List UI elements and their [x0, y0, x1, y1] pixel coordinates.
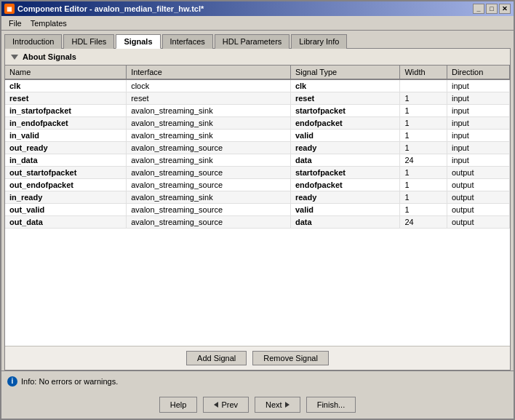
cell-width: 24 [400, 216, 447, 229]
signals-table-container[interactable]: Name Interface Signal Type Width Directi… [5, 66, 510, 346]
cell-signal_type: data [290, 216, 400, 229]
cell-signal_type: endofpacket [290, 179, 400, 191]
menu-file[interactable]: File [4, 17, 26, 29]
cell-direction: output [447, 179, 509, 191]
cell-width: 1 [400, 117, 447, 130]
collapse-triangle-icon[interactable] [11, 55, 18, 60]
cell-signal_type: startofpacket [290, 105, 400, 117]
cell-signal_type: clk [290, 79, 400, 92]
about-label: About Signals [23, 52, 76, 61]
next-label: Next [266, 400, 282, 409]
tab-hdl-parameters[interactable]: HDL Parameters [215, 34, 290, 49]
table-row[interactable]: out_startofpacketavalon_streaming_source… [5, 167, 510, 179]
next-arrow-icon [285, 402, 290, 408]
cell-name: out_endofpacket [5, 179, 127, 191]
cell-interface: reset [127, 92, 291, 105]
cell-width: 1 [400, 142, 447, 154]
tab-library-info[interactable]: Library Info [291, 34, 347, 49]
col-header-signal-type: Signal Type [290, 66, 400, 79]
cell-direction: input [447, 92, 509, 105]
cell-width: 1 [400, 105, 447, 117]
cell-signal_type: ready [290, 142, 400, 154]
cell-interface: avalon_streaming_source [127, 204, 291, 216]
main-window: ▦ Component Editor - avalon_median_filte… [0, 0, 515, 420]
cell-name: in_startofpacket [5, 105, 127, 117]
table-row[interactable]: clkclockclkinput [5, 79, 510, 92]
tab-interfaces[interactable]: Interfaces [162, 34, 213, 49]
table-row[interactable]: in_validavalon_streaming_sinkvalid1input [5, 130, 510, 142]
table-row[interactable]: in_endofpacketavalon_streaming_sinkendof… [5, 117, 510, 130]
cell-interface: avalon_streaming_sink [127, 130, 291, 142]
cell-name: in_data [5, 154, 127, 167]
remove-signal-button[interactable]: Remove Signal [252, 351, 329, 365]
cell-name: out_data [5, 216, 127, 229]
cell-direction: input [447, 154, 509, 167]
cell-interface: avalon_streaming_sink [127, 154, 291, 167]
tab-signals[interactable]: Signals [116, 34, 160, 49]
table-row[interactable]: out_readyavalon_streaming_sourceready1in… [5, 142, 510, 154]
cell-name: out_valid [5, 204, 127, 216]
info-bar: i Info: No errors or warnings. [1, 371, 514, 391]
col-header-name: Name [5, 66, 127, 79]
cell-direction: output [447, 167, 509, 179]
table-row[interactable]: out_dataavalon_streaming_sourcedata24out… [5, 216, 510, 229]
window-title: Component Editor - avalon_median_filter_… [17, 4, 473, 13]
cell-name: in_endofpacket [5, 117, 127, 130]
cell-interface: avalon_streaming_sink [127, 105, 291, 117]
cell-name: clk [5, 79, 127, 92]
tab-introduction[interactable]: Introduction [4, 34, 62, 49]
cell-interface: avalon_streaming_source [127, 216, 291, 229]
maximize-button[interactable]: □ [486, 4, 498, 14]
table-row[interactable]: in_readyavalon_streaming_sinkready1outpu… [5, 191, 510, 204]
bottom-nav-bar: Help Prev Next Finish... [1, 391, 514, 419]
cell-width: 1 [400, 179, 447, 191]
menu-bar: File Templates [1, 16, 514, 31]
cell-direction: output [447, 204, 509, 216]
content-area: About Signals Name Interface Signal Type… [4, 48, 511, 371]
table-row[interactable]: in_startofpacketavalon_streaming_sinksta… [5, 105, 510, 117]
cell-width: 1 [400, 92, 447, 105]
close-button[interactable]: ✕ [499, 4, 511, 14]
table-row[interactable]: resetresetreset1input [5, 92, 510, 105]
cell-signal_type: valid [290, 204, 400, 216]
minimize-button[interactable]: _ [473, 4, 484, 14]
table-row[interactable]: in_dataavalon_streaming_sinkdata24input [5, 154, 510, 167]
cell-signal_type: data [290, 154, 400, 167]
cell-interface: avalon_streaming_source [127, 167, 291, 179]
cell-width: 1 [400, 204, 447, 216]
cell-name: in_ready [5, 191, 127, 204]
add-signal-button[interactable]: Add Signal [186, 351, 247, 365]
prev-label: Prev [221, 400, 238, 409]
cell-direction: input [447, 130, 509, 142]
cell-signal_type: ready [290, 191, 400, 204]
signal-btn-bar: Add Signal Remove Signal [5, 346, 510, 370]
tab-hdl-files[interactable]: HDL Files [63, 34, 114, 49]
cell-name: reset [5, 92, 127, 105]
title-bar: ▦ Component Editor - avalon_median_filte… [1, 1, 514, 16]
cell-name: out_ready [5, 142, 127, 154]
cell-name: out_startofpacket [5, 167, 127, 179]
cell-interface: avalon_streaming_source [127, 179, 291, 191]
info-icon: i [7, 376, 17, 387]
table-row[interactable]: out_validavalon_streaming_sourcevalid1ou… [5, 204, 510, 216]
col-header-width: Width [400, 66, 447, 79]
help-button[interactable]: Help [159, 397, 198, 413]
menu-templates[interactable]: Templates [26, 17, 71, 29]
cell-interface: avalon_streaming_source [127, 142, 291, 154]
signals-table: Name Interface Signal Type Width Directi… [5, 66, 510, 229]
about-section: About Signals [5, 49, 510, 66]
app-icon: ▦ [4, 4, 15, 14]
cell-width: 24 [400, 154, 447, 167]
tabs-bar: Introduction HDL Files Signals Interface… [1, 31, 514, 48]
prev-button[interactable]: Prev [203, 397, 249, 413]
cell-signal_type: reset [290, 92, 400, 105]
cell-name: in_valid [5, 130, 127, 142]
cell-direction: input [447, 117, 509, 130]
window-controls: _ □ ✕ [473, 4, 511, 14]
prev-arrow-icon [214, 402, 218, 408]
info-message: Info: No errors or warnings. [21, 377, 118, 386]
finish-button[interactable]: Finish... [306, 397, 356, 413]
table-row[interactable]: out_endofpacketavalon_streaming_sourceen… [5, 179, 510, 191]
next-button[interactable]: Next [255, 397, 300, 413]
cell-direction: input [447, 105, 509, 117]
